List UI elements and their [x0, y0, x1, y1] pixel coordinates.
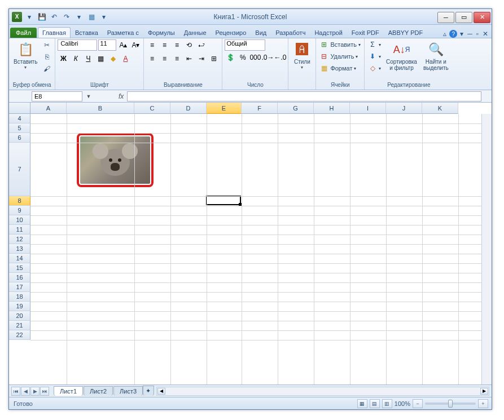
horizontal-scrollbar[interactable]: ◀ ▶ [156, 387, 489, 396]
col-header-K[interactable]: K [422, 103, 458, 114]
col-header-I[interactable]: I [350, 103, 386, 114]
file-tab[interactable]: Файл [10, 28, 37, 38]
decrease-indent-icon[interactable]: ⇤ [183, 53, 195, 64]
border-icon[interactable]: ▦ [95, 53, 106, 64]
zoom-out-button[interactable]: − [413, 399, 423, 408]
clear-button[interactable]: ◇▾ [367, 63, 382, 73]
embedded-image-highlight[interactable] [77, 133, 154, 187]
bold-button[interactable]: Ж [58, 53, 69, 64]
row-header-21[interactable]: 21 [9, 321, 30, 330]
select-all-corner[interactable] [9, 103, 30, 114]
sheet-tab-1[interactable]: Лист2 [84, 386, 113, 396]
col-header-C[interactable]: C [134, 103, 170, 114]
ribbon-tab-10[interactable]: ABBYY PDF [384, 27, 428, 38]
increase-indent-icon[interactable]: ⇥ [196, 53, 207, 64]
ribbon-tab-1[interactable]: Вставка [71, 27, 103, 38]
selected-cell[interactable] [206, 196, 241, 205]
font-color-icon[interactable]: A [120, 53, 131, 64]
sheet-tab-0[interactable]: Лист1 [54, 386, 83, 396]
col-header-G[interactable]: G [278, 103, 314, 114]
row-header-13[interactable]: 13 [9, 244, 30, 254]
decrease-font-icon[interactable]: A▾ [130, 39, 141, 51]
percent-icon[interactable]: % [237, 52, 248, 63]
col-header-H[interactable]: H [314, 103, 350, 114]
doc-minimize-icon[interactable]: ─ [466, 30, 474, 38]
qat-customize-icon[interactable]: ▾ [98, 11, 109, 23]
row-header-20[interactable]: 20 [9, 311, 30, 321]
minimize-button[interactable]: ─ [437, 12, 454, 23]
align-top-icon[interactable]: ≡ [146, 39, 157, 51]
insert-cells-button[interactable]: ⊞Вставить▾ [318, 39, 362, 50]
prev-sheet-icon[interactable]: ◀ [21, 387, 30, 396]
col-header-B[interactable]: B [67, 103, 134, 114]
ribbon-tab-5[interactable]: Рецензиро [211, 27, 251, 38]
increase-font-icon[interactable]: A▴ [117, 39, 129, 51]
row-header-6[interactable]: 6 [9, 133, 30, 143]
wrap-text-icon[interactable]: ⮐ [196, 39, 207, 51]
row-header-16[interactable]: 16 [9, 273, 30, 282]
col-header-D[interactable]: D [170, 103, 207, 114]
row-header-11[interactable]: 11 [9, 225, 30, 235]
ribbon-options-icon[interactable]: ▾ [459, 30, 464, 38]
name-box[interactable]: E8 [32, 91, 82, 101]
col-header-E[interactable]: E [207, 103, 242, 114]
ribbon-tab-7[interactable]: Разработч [271, 27, 310, 38]
qat-table-icon[interactable]: ▦ [86, 11, 97, 23]
zoom-in-button[interactable]: + [478, 399, 488, 408]
autosum-button[interactable]: Σ▾ [367, 39, 382, 50]
row-header-12[interactable]: 12 [9, 235, 30, 244]
ribbon-tab-0[interactable]: Главная [38, 27, 71, 38]
page-break-view-icon[interactable]: ▥ [382, 399, 392, 408]
decrease-decimal-icon[interactable]: ←.0 [274, 52, 286, 63]
row-header-8[interactable]: 8 [9, 196, 30, 206]
maximize-button[interactable]: ▭ [455, 12, 472, 23]
fill-button[interactable]: ⬇▾ [367, 51, 382, 61]
number-format-select[interactable]: Общий [225, 39, 265, 51]
zoom-thumb[interactable] [448, 400, 453, 408]
scroll-right-icon[interactable]: ▶ [480, 388, 488, 395]
row-header-4[interactable]: 4 [9, 114, 30, 123]
font-size-select[interactable]: 11 [98, 39, 116, 51]
doc-close-icon[interactable]: ✕ [481, 30, 489, 38]
fill-color-icon[interactable]: ◆ [107, 53, 119, 64]
find-select-button[interactable]: 🔍 Найти и выделить [421, 39, 451, 72]
underline-button[interactable]: Ч [82, 53, 94, 64]
minimize-ribbon-icon[interactable]: ▵ [442, 30, 448, 38]
align-center-icon[interactable]: ≡ [159, 53, 170, 64]
sheet-tab-2[interactable]: Лист3 [113, 386, 143, 396]
help-icon[interactable]: ? [449, 30, 457, 38]
zoom-slider[interactable] [425, 403, 476, 405]
fx-button[interactable]: fx [115, 92, 127, 100]
col-header-A[interactable]: A [30, 103, 67, 114]
save-icon[interactable]: 💾 [36, 11, 47, 23]
delete-cells-button[interactable]: ⊟Удалить▾ [318, 51, 362, 61]
undo-icon[interactable]: ↶ [49, 11, 60, 23]
ribbon-tab-2[interactable]: Разметка с [103, 27, 143, 38]
font-name-select[interactable]: Calibri [58, 39, 97, 51]
vertical-scrollbar[interactable] [481, 114, 492, 384]
increase-decimal-icon[interactable]: .0→ [262, 52, 273, 63]
col-header-J[interactable]: J [386, 103, 422, 114]
scroll-left-icon[interactable]: ◀ [157, 388, 165, 395]
row-header-5[interactable]: 5 [9, 123, 30, 133]
qat-dropdown-icon[interactable]: ▾ [24, 11, 35, 23]
align-middle-icon[interactable]: ≡ [159, 39, 170, 51]
row-header-15[interactable]: 15 [9, 263, 30, 273]
row-header-22[interactable]: 22 [9, 330, 30, 340]
copy-icon[interactable]: ⎘ [41, 51, 52, 63]
merge-icon[interactable]: ⊞ [208, 53, 220, 64]
ribbon-tab-9[interactable]: Foxit PDF [347, 27, 384, 38]
currency-icon[interactable]: 💲 [225, 52, 236, 63]
next-sheet-icon[interactable]: ▶ [30, 387, 40, 396]
doc-restore-icon[interactable]: ▫ [475, 30, 480, 38]
col-header-F[interactable]: F [242, 103, 278, 114]
first-sheet-icon[interactable]: ⏮ [11, 387, 20, 396]
formula-input[interactable] [127, 91, 481, 101]
last-sheet-icon[interactable]: ⏭ [40, 387, 49, 396]
row-header-19[interactable]: 19 [9, 302, 30, 311]
excel-app-icon[interactable]: X [11, 11, 23, 23]
row-header-18[interactable]: 18 [9, 292, 30, 302]
sort-filter-button[interactable]: A↓Я Сортировка и фильтр [384, 39, 419, 72]
orientation-icon[interactable]: ⟲ [183, 39, 195, 51]
new-sheet-button[interactable]: ✦ [143, 386, 154, 396]
